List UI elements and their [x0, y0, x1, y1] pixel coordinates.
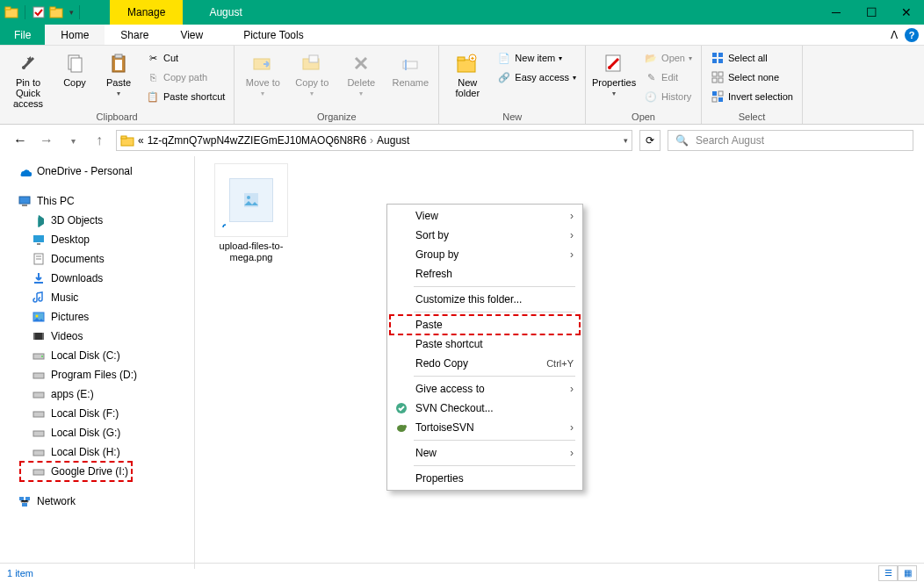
nav-documents[interactable]: Documents — [0, 249, 194, 269]
contextual-tab-manage[interactable]: Manage — [110, 0, 183, 25]
minimize-button[interactable]: ─ — [819, 0, 854, 25]
paste-shortcut-button[interactable]: 📋Paste shortcut — [142, 88, 228, 105]
file-item[interactable]: upload-files-to-mega.png — [209, 163, 293, 263]
nav-local-disk-c[interactable]: Local Disk (C:) — [0, 346, 194, 365]
select-all-button[interactable]: Select all — [707, 49, 797, 67]
nav-3d-objects[interactable]: 3D Objects — [0, 211, 194, 230]
pin-to-quick-access-button[interactable]: Pin to Quick access — [5, 47, 51, 109]
copy-to-button[interactable]: Copy to▾ — [289, 47, 335, 97]
nav-program-files-d[interactable]: Program Files (D:) — [0, 365, 194, 384]
ctx-properties[interactable]: Properties — [387, 469, 582, 488]
new-item-button[interactable]: 📄New item ▾ — [494, 49, 580, 67]
address-bar[interactable]: « 1z-qZmnQ7wpN4wZZIEGmEJ10MAOQ6N8R6 › Au… — [116, 130, 632, 151]
ctx-paste[interactable]: Paste — [387, 315, 582, 334]
nav-music[interactable]: Music — [0, 288, 194, 307]
nav-videos[interactable]: Videos — [0, 327, 194, 346]
invert-selection-button[interactable]: Invert selection — [707, 88, 797, 105]
maximize-button[interactable]: ☐ — [854, 0, 889, 25]
view-tab[interactable]: View — [164, 25, 219, 45]
svg-rect-26 — [712, 72, 717, 76]
scissors-icon: ✂ — [146, 51, 160, 65]
collapse-ribbon-icon[interactable]: ᐱ — [891, 29, 898, 41]
nav-network[interactable]: Network — [0, 492, 194, 511]
nav-apps-e[interactable]: apps (E:) — [0, 384, 194, 404]
chevron-right-icon: › — [570, 383, 574, 395]
svg-rect-58 — [25, 497, 30, 500]
chevron-right-icon: › — [570, 248, 574, 261]
nav-pictures[interactable]: Pictures — [0, 307, 194, 327]
forward-button[interactable]: → — [37, 131, 56, 150]
ctx-view[interactable]: View› — [387, 206, 582, 226]
new-group-label: New — [444, 111, 580, 124]
breadcrumb-part[interactable]: August — [377, 134, 409, 147]
nav-desktop[interactable]: Desktop — [0, 230, 194, 249]
easy-access-button[interactable]: 🔗Easy access ▾ — [494, 68, 580, 86]
recent-locations-button[interactable]: ▾ — [63, 131, 83, 150]
chevron-icon[interactable]: › — [370, 134, 373, 147]
close-button[interactable]: ✕ — [889, 0, 924, 25]
search-input[interactable]: 🔍 Search August — [668, 130, 913, 151]
ctx-give-access[interactable]: Give access to› — [387, 379, 582, 399]
copy-icon — [62, 51, 87, 75]
up-button[interactable]: ↑ — [90, 131, 109, 150]
invert-selection-icon — [711, 90, 725, 104]
breadcrumb-prefix: « — [138, 134, 144, 147]
copy-path-button[interactable]: ⎘Copy path — [142, 68, 228, 86]
svg-rect-56 — [33, 470, 44, 475]
ctx-customize[interactable]: Customize this folder... — [387, 290, 582, 309]
network-icon — [18, 494, 32, 508]
copy-button[interactable]: Copy — [54, 47, 95, 88]
nav-this-pc[interactable]: This PC — [0, 191, 194, 211]
folder-icon[interactable] — [48, 4, 64, 20]
svn-checkout-icon — [394, 401, 408, 415]
ctx-sort-by[interactable]: Sort by› — [387, 226, 582, 245]
home-tab[interactable]: Home — [45, 25, 105, 45]
ctx-redo-copy[interactable]: Redo CopyCtrl+Y — [387, 354, 582, 373]
back-button[interactable]: ← — [11, 131, 30, 150]
open-button[interactable]: 📂Open ▾ — [640, 49, 696, 67]
nav-local-disk-g[interactable]: Local Disk (G:) — [0, 423, 194, 442]
delete-button[interactable]: Delete▾ — [338, 47, 384, 97]
file-tab[interactable]: File — [0, 25, 45, 45]
help-icon[interactable]: ? — [905, 28, 919, 42]
folder-icon[interactable] — [4, 4, 19, 20]
paste-button[interactable]: Paste ▾ — [98, 47, 139, 97]
details-view-button[interactable]: ☰ — [878, 565, 898, 581]
select-none-button[interactable]: Select none — [707, 68, 797, 86]
checkbox-checked-icon[interactable] — [31, 4, 47, 20]
nav-downloads[interactable]: Downloads — [0, 269, 194, 288]
history-button[interactable]: 🕘History — [640, 88, 696, 105]
item-count: 1 item — [7, 568, 33, 578]
ctx-tortoisesvn[interactable]: TortoiseSVN› — [387, 418, 582, 437]
navigation-pane[interactable]: OneDrive - Personal This PC 3D Objects D… — [0, 156, 195, 569]
nav-local-disk-h[interactable]: Local Disk (H:) — [0, 442, 194, 462]
svg-rect-9 — [115, 54, 122, 58]
thumbnails-view-button[interactable]: ▦ — [898, 565, 917, 581]
address-dropdown-icon[interactable]: ▾ — [624, 136, 628, 145]
properties-button[interactable]: Properties▾ — [591, 47, 637, 97]
svg-rect-10 — [115, 60, 122, 70]
svg-rect-29 — [718, 78, 723, 83]
refresh-button[interactable]: ⟳ — [639, 130, 661, 151]
pc-icon — [18, 194, 32, 208]
quick-access-toolbar: ▾ — [0, 4, 83, 20]
breadcrumb-part[interactable]: 1z-qZmnQ7wpN4wZZIEGmEJ10MAOQ6N8R6 — [148, 134, 366, 147]
3d-icon — [32, 213, 46, 227]
nav-local-disk-f[interactable]: Local Disk (F:) — [0, 404, 194, 423]
ctx-group-by[interactable]: Group by› — [387, 245, 582, 264]
picture-tools-tab[interactable]: Picture Tools — [227, 25, 319, 45]
share-tab[interactable]: Share — [105, 25, 164, 45]
edit-button[interactable]: ✎Edit — [640, 68, 696, 86]
file-label: upload-files-to-mega.png — [209, 241, 293, 263]
nav-google-drive-i[interactable]: Google Drive (I:) — [0, 462, 194, 481]
cut-button[interactable]: ✂Cut — [142, 49, 228, 67]
ctx-svn-checkout[interactable]: SVN Checkout... — [387, 399, 582, 418]
move-to-button[interactable]: Move to▾ — [240, 47, 285, 97]
ctx-paste-shortcut[interactable]: Paste shortcut — [387, 334, 582, 354]
chevron-down-icon[interactable]: ▾ — [69, 8, 74, 17]
nav-onedrive[interactable]: OneDrive - Personal — [0, 162, 194, 181]
rename-button[interactable]: Rename — [387, 47, 433, 88]
ctx-new[interactable]: New› — [387, 443, 582, 463]
new-folder-button[interactable]: ✦ New folder — [444, 47, 490, 98]
ctx-refresh[interactable]: Refresh — [387, 264, 582, 284]
